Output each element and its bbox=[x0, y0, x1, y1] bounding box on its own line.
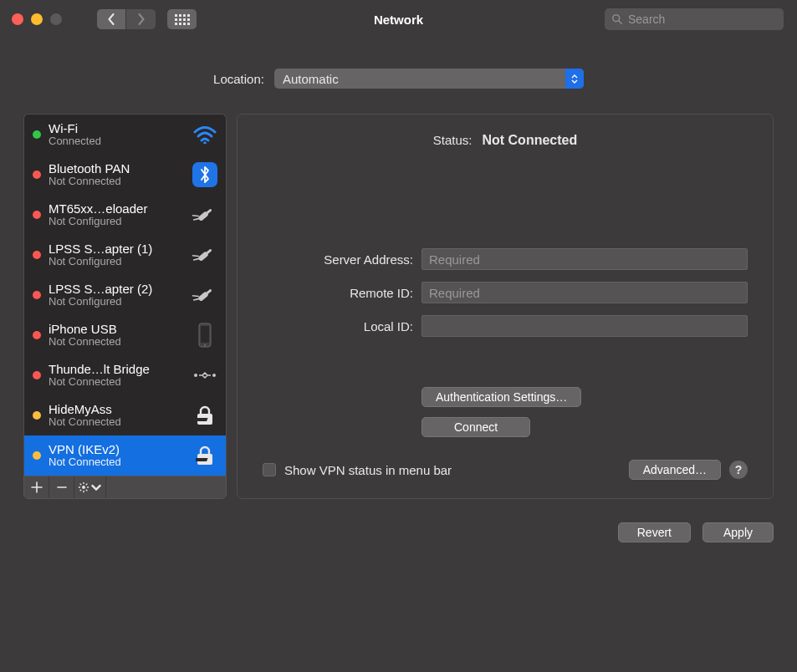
remote-id-input[interactable] bbox=[421, 282, 748, 303]
location-value: Automatic bbox=[274, 72, 339, 86]
sidebar-footer bbox=[23, 476, 227, 499]
footer: Revert Apply bbox=[0, 522, 774, 542]
back-button[interactable] bbox=[97, 9, 126, 29]
local-id-input[interactable] bbox=[421, 315, 748, 337]
service-status: Not Connected bbox=[49, 456, 183, 469]
remove-service-button[interactable] bbox=[49, 476, 74, 498]
service-name: LPSS S…apter (1) bbox=[49, 242, 183, 256]
svg-point-2 bbox=[203, 141, 207, 144]
minus-icon bbox=[56, 481, 68, 493]
service-text: Wi-Fi Connected bbox=[49, 121, 183, 148]
sidebar: Wi-Fi Connected Bluetooth PAN Not Connec… bbox=[23, 114, 227, 499]
svg-point-24 bbox=[82, 486, 85, 489]
service-text: Thunde…lt Bridge Not Connected bbox=[49, 362, 183, 389]
svg-line-9 bbox=[192, 253, 198, 259]
close-window-button[interactable] bbox=[12, 13, 23, 25]
svg-rect-21 bbox=[196, 418, 208, 421]
show-all-button[interactable] bbox=[167, 9, 197, 29]
server-address-label: Server Address: bbox=[263, 252, 413, 267]
search-field[interactable] bbox=[605, 8, 784, 30]
modem-icon bbox=[191, 241, 219, 269]
service-item[interactable]: VPN (IKEv2) Not Connected bbox=[24, 435, 226, 476]
svg-rect-12 bbox=[206, 288, 212, 294]
nav-buttons bbox=[97, 9, 156, 29]
connect-button[interactable]: Connect bbox=[421, 417, 530, 437]
service-name: Wi-Fi bbox=[49, 121, 183, 135]
traffic-lights bbox=[12, 13, 62, 25]
location-row: Location: Automatic bbox=[0, 69, 797, 89]
service-text: LPSS S…apter (2) Not Configured bbox=[49, 282, 183, 308]
service-item[interactable]: Bluetooth PAN Not Connected bbox=[24, 155, 226, 195]
location-label: Location: bbox=[213, 72, 264, 86]
svg-rect-16 bbox=[201, 326, 209, 343]
modem-icon bbox=[191, 281, 219, 309]
help-button[interactable]: ? bbox=[729, 461, 748, 479]
svg-line-31 bbox=[86, 484, 88, 486]
service-item[interactable]: Thunde…lt Bridge Not Connected bbox=[24, 355, 226, 395]
remote-id-row: Remote ID: bbox=[263, 282, 748, 303]
service-status: Not Connected bbox=[49, 416, 183, 429]
show-vpn-status-label: Show VPN status in menu bar bbox=[284, 463, 452, 477]
svg-line-1 bbox=[619, 21, 622, 24]
service-actions-menu[interactable] bbox=[74, 476, 106, 498]
server-address-input[interactable] bbox=[421, 248, 748, 270]
zoom-window-button[interactable] bbox=[50, 13, 62, 25]
svg-line-6 bbox=[194, 216, 200, 221]
service-item[interactable]: Wi-Fi Connected bbox=[24, 115, 226, 155]
detail-bottom-row: Show VPN status in menu bar Advanced… ? bbox=[263, 460, 748, 480]
service-name: Thunde…lt Bridge bbox=[49, 362, 183, 376]
service-text: LPSS S…apter (1) Not Configured bbox=[49, 242, 183, 268]
service-item[interactable]: LPSS S…apter (1) Not Configured bbox=[24, 235, 226, 275]
svg-rect-4 bbox=[206, 208, 212, 214]
service-item[interactable]: HideMyAss Not Connected bbox=[24, 395, 226, 435]
show-vpn-status-checkbox[interactable] bbox=[263, 463, 276, 476]
local-id-row: Local ID: bbox=[263, 315, 748, 337]
status-dot bbox=[33, 371, 41, 379]
svg-line-30 bbox=[86, 490, 88, 491]
add-service-button[interactable] bbox=[24, 476, 49, 498]
service-item[interactable]: LPSS S…apter (2) Not Configured bbox=[24, 275, 226, 315]
status-row: Status: Not Connected bbox=[263, 133, 748, 148]
forward-button[interactable] bbox=[126, 9, 156, 29]
iphone-icon bbox=[191, 321, 219, 349]
status-dot bbox=[33, 291, 41, 299]
service-status: Not Connected bbox=[49, 176, 183, 188]
service-item[interactable]: MT65xx…eloader Not Configured bbox=[24, 195, 226, 235]
svg-line-29 bbox=[80, 484, 82, 486]
svg-line-14 bbox=[194, 297, 200, 302]
gear-icon bbox=[78, 481, 89, 493]
titlebar: Network bbox=[0, 0, 797, 38]
search-input[interactable] bbox=[628, 13, 777, 26]
minimize-window-button[interactable] bbox=[31, 13, 43, 25]
service-status: Connected bbox=[49, 135, 183, 148]
revert-button[interactable]: Revert bbox=[618, 522, 691, 542]
apply-button[interactable]: Apply bbox=[702, 522, 774, 542]
svg-point-19 bbox=[212, 374, 216, 377]
wifi-icon bbox=[191, 120, 219, 149]
location-select[interactable]: Automatic bbox=[274, 69, 584, 89]
service-text: VPN (IKEv2) Not Connected bbox=[49, 442, 183, 469]
status-dot bbox=[33, 130, 41, 139]
service-item[interactable]: iPhone USB Not Connected bbox=[24, 315, 226, 355]
service-text: HideMyAss Not Connected bbox=[49, 402, 183, 429]
content-area: Wi-Fi Connected Bluetooth PAN Not Connec… bbox=[23, 114, 774, 499]
detail-pane: Status: Not Connected Server Address: Re… bbox=[237, 114, 774, 499]
service-status: Not Configured bbox=[49, 256, 183, 268]
status-value: Not Connected bbox=[482, 133, 577, 148]
svg-rect-8 bbox=[206, 248, 212, 254]
service-name: iPhone USB bbox=[49, 322, 183, 336]
service-name: Bluetooth PAN bbox=[49, 161, 183, 176]
service-status: Not Configured bbox=[49, 216, 183, 228]
svg-point-17 bbox=[204, 344, 206, 346]
advanced-button[interactable]: Advanced… bbox=[629, 460, 721, 480]
service-name: VPN (IKEv2) bbox=[49, 442, 183, 456]
service-text: iPhone USB Not Connected bbox=[49, 322, 183, 349]
dropdown-stepper-icon bbox=[565, 69, 584, 89]
status-dot bbox=[33, 331, 41, 339]
status-dot bbox=[33, 251, 41, 259]
local-id-label: Local ID: bbox=[263, 319, 413, 333]
vpn-icon bbox=[191, 401, 219, 430]
service-text: Bluetooth PAN Not Connected bbox=[49, 161, 183, 188]
svg-line-5 bbox=[192, 213, 198, 219]
authentication-settings-button[interactable]: Authentication Settings… bbox=[421, 387, 581, 407]
